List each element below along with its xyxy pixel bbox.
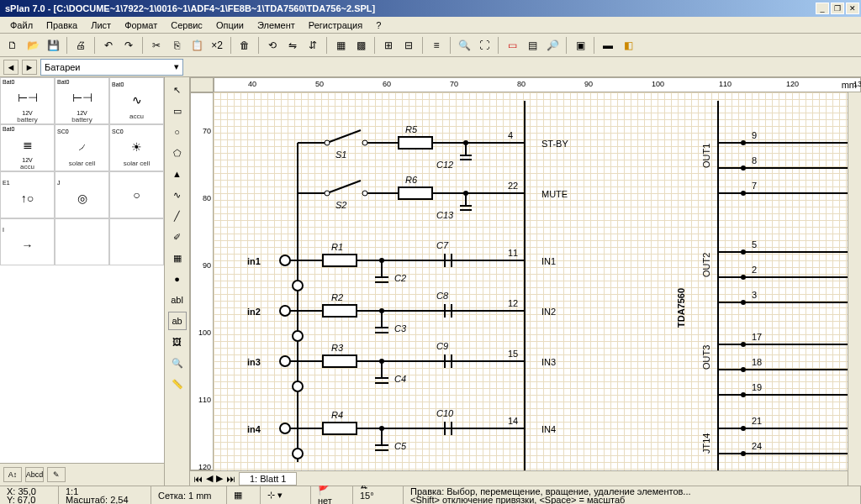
fillpoly-tool[interactable]: ▲ bbox=[168, 165, 187, 183]
schematic-content: TDA7560 4 ST-BY 22 MUTE 11 IN1 12 IN2 15… bbox=[214, 92, 861, 470]
library-item[interactable]: ○ bbox=[109, 171, 164, 218]
drawing-canvas[interactable]: TDA7560 4 ST-BY 22 MUTE 11 IN1 12 IN2 15… bbox=[214, 92, 861, 470]
freehand-tool[interactable]: ✐ bbox=[168, 228, 187, 246]
svg-point-24 bbox=[741, 140, 746, 145]
snap-toggle[interactable]: ⊹ ▾ bbox=[261, 486, 311, 504]
menu-format[interactable]: Формат bbox=[118, 18, 164, 32]
print-icon[interactable]: 🖨 bbox=[71, 36, 90, 55]
angle-setting[interactable]: ∡ 15° ▾ bbox=[353, 486, 404, 504]
library-combo[interactable]: Батареи ▾ bbox=[40, 59, 183, 76]
menu-element[interactable]: Элемент bbox=[251, 18, 302, 32]
library-item[interactable]: Bat0∿accu bbox=[109, 77, 164, 124]
close-button[interactable]: ✕ bbox=[846, 3, 859, 14]
menu-sheet[interactable]: Лист bbox=[84, 18, 118, 32]
library-item[interactable]: Bat0⊢⊣12Vbattery bbox=[0, 77, 55, 124]
lib-next-button[interactable]: ► bbox=[22, 60, 37, 75]
svg-text:TDA7560: TDA7560 bbox=[676, 288, 686, 328]
menu-options[interactable]: Опции bbox=[209, 18, 251, 32]
chip-icon[interactable]: ▬ bbox=[599, 36, 617, 55]
poly-tool[interactable]: ⬠ bbox=[168, 144, 187, 162]
delete-icon[interactable]: 🗑 bbox=[235, 36, 254, 55]
svg-text:OUT2: OUT2 bbox=[701, 253, 711, 277]
grid-tool[interactable]: ▦ bbox=[168, 249, 187, 267]
align-icon[interactable]: ≡ bbox=[427, 36, 446, 55]
undo-icon[interactable]: ↶ bbox=[99, 36, 118, 55]
component-icon[interactable]: ▣ bbox=[571, 36, 589, 55]
flipv-icon[interactable]: ⇵ bbox=[304, 36, 322, 55]
node-tool[interactable]: ● bbox=[168, 270, 187, 288]
lib-tool-edit[interactable]: ✎ bbox=[47, 467, 66, 482]
find-icon[interactable]: 🔎 bbox=[543, 36, 562, 55]
copy-icon[interactable]: ⎘ bbox=[167, 36, 186, 55]
sheet-tab-1[interactable]: 1: Blatt 1 bbox=[239, 472, 297, 486]
zoom-tool[interactable]: 🔍 bbox=[168, 354, 187, 372]
ungroup-icon[interactable]: ⊟ bbox=[399, 36, 418, 55]
library-item[interactable]: E1↑○ bbox=[0, 171, 55, 218]
svg-point-63 bbox=[741, 426, 746, 431]
menu-service[interactable]: Сервис bbox=[164, 18, 209, 32]
menu-help[interactable]: ? bbox=[369, 18, 388, 32]
svg-text:in3: in3 bbox=[247, 357, 261, 367]
svg-text:in4: in4 bbox=[247, 424, 261, 434]
zoomfit-icon[interactable]: ⛶ bbox=[475, 36, 494, 55]
fliph-icon[interactable]: ⇋ bbox=[283, 36, 302, 55]
lib-tool-a[interactable]: A↕ bbox=[3, 467, 22, 482]
new-icon[interactable]: 🗋 bbox=[3, 36, 22, 55]
minimize-button[interactable]: _ bbox=[816, 3, 829, 14]
svg-point-37 bbox=[741, 249, 746, 255]
horizontal-ruler: mm 405060708090100110120130 bbox=[214, 77, 861, 92]
library-item[interactable] bbox=[55, 218, 109, 265]
library-item[interactable]: SC0⟋solar cell bbox=[55, 124, 109, 171]
menu-edit[interactable]: Правка bbox=[40, 18, 84, 32]
library-item[interactable] bbox=[109, 218, 164, 265]
open-icon[interactable]: 📂 bbox=[24, 36, 42, 55]
rect-tool[interactable]: ▭ bbox=[168, 102, 187, 120]
rotate-icon[interactable]: ⟲ bbox=[263, 36, 282, 55]
maximize-button[interactable]: ❐ bbox=[831, 3, 844, 14]
text-tool[interactable]: abl bbox=[168, 291, 187, 309]
lib-prev-button[interactable]: ◄ bbox=[3, 60, 18, 75]
library-item[interactable]: SC0☀solar cell bbox=[109, 124, 164, 171]
image-tool[interactable]: 🖼 bbox=[168, 333, 187, 351]
library-item[interactable]: I→ bbox=[0, 218, 55, 265]
sheet-tabs: ⏮ ◀ ▶ ⏭ 1: Blatt 1 bbox=[190, 470, 861, 486]
redo-icon[interactable]: ↷ bbox=[119, 36, 138, 55]
measure-tool[interactable]: 📏 bbox=[168, 375, 187, 393]
tab-last[interactable]: ⏭ bbox=[226, 474, 235, 484]
main-toolbar: 🗋 📂 💾 🖨 ↶ ↷ ✂ ⎘ 📋 ×2 🗑 ⟲ ⇋ ⇵ ▦ ▩ ⊞ ⊟ ≡ 🔍… bbox=[0, 34, 861, 57]
pointer-tool[interactable]: ↖ bbox=[168, 81, 187, 99]
lib-tool-abcd[interactable]: Abcd bbox=[25, 467, 44, 482]
back-icon[interactable]: ▩ bbox=[351, 36, 370, 55]
front-icon[interactable]: ▦ bbox=[331, 36, 350, 55]
grid-toggle-icon[interactable]: ▦ bbox=[227, 486, 261, 504]
net-icon[interactable]: ◧ bbox=[619, 36, 637, 55]
svg-text:19: 19 bbox=[752, 382, 762, 392]
library-item[interactable]: J◎ bbox=[55, 171, 109, 218]
list-icon[interactable]: ▤ bbox=[523, 36, 541, 55]
svg-line-140 bbox=[327, 181, 361, 193]
line-tool[interactable]: ╱ bbox=[168, 207, 187, 225]
svg-point-41 bbox=[741, 275, 746, 280]
svg-text:OUT3: OUT3 bbox=[701, 345, 711, 370]
save-icon[interactable]: 💾 bbox=[44, 36, 62, 55]
cut-icon[interactable]: ✂ bbox=[147, 36, 166, 55]
group-icon[interactable]: ⊞ bbox=[379, 36, 398, 55]
zoom-icon[interactable]: 🔍 bbox=[455, 36, 473, 55]
menu-registration[interactable]: Регистрация bbox=[302, 18, 369, 32]
tab-prev[interactable]: ◀ bbox=[206, 473, 213, 484]
menu-file[interactable]: Файл bbox=[3, 18, 40, 32]
paste-icon[interactable]: 📋 bbox=[188, 36, 206, 55]
textbox-tool[interactable]: ab bbox=[168, 312, 187, 330]
duplicate-icon[interactable]: ×2 bbox=[208, 36, 226, 55]
tab-first[interactable]: ⏮ bbox=[193, 474, 203, 484]
svg-text:R4: R4 bbox=[331, 410, 343, 420]
library-item[interactable]: Bat0⊢⊣12Vbattery bbox=[55, 77, 109, 124]
circle-tool[interactable]: ○ bbox=[168, 123, 187, 141]
vertical-scrollbar[interactable] bbox=[848, 92, 861, 486]
tab-next[interactable]: ▶ bbox=[216, 473, 223, 484]
svg-text:R2: R2 bbox=[331, 292, 343, 302]
select-rect-icon[interactable]: ▭ bbox=[503, 36, 521, 55]
status-hint2: <Shift> отключение привязки, <Space> = м… bbox=[410, 496, 853, 504]
library-item[interactable]: Bat0≣12Vaccu bbox=[0, 124, 55, 171]
bezier-tool[interactable]: ∿ bbox=[168, 186, 187, 204]
